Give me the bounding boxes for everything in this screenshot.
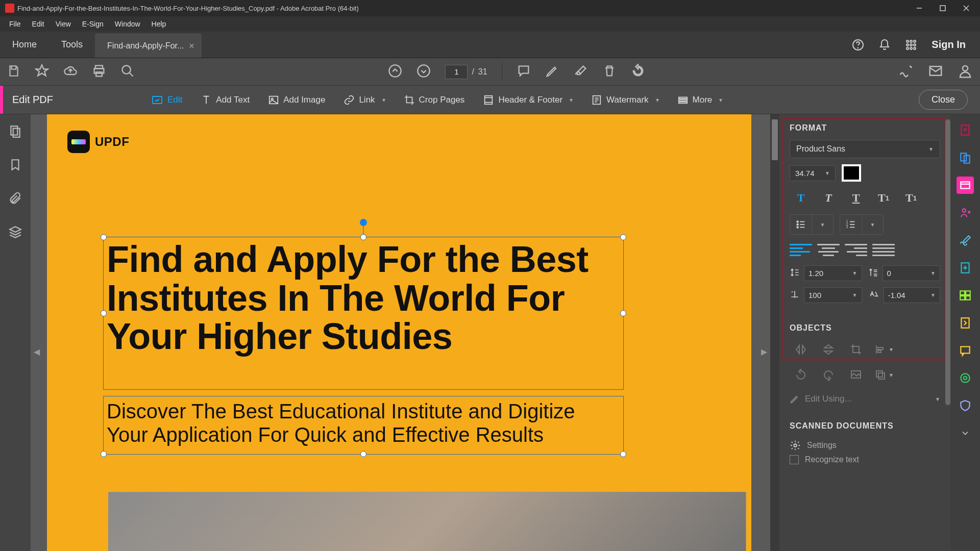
maximize-button[interactable] <box>931 0 954 16</box>
expand-rail-icon[interactable] <box>957 424 974 442</box>
protect-icon[interactable] <box>957 397 974 414</box>
align-center-button[interactable] <box>817 242 840 258</box>
canvas-scrollbar[interactable] <box>770 114 779 551</box>
prev-page-chevron-icon[interactable]: ◀ <box>34 347 40 357</box>
draw-sign-icon[interactable] <box>574 64 588 80</box>
request-sign-icon[interactable] <box>957 204 974 221</box>
resize-handle-icon[interactable] <box>620 234 626 240</box>
align-right-button[interactable] <box>845 242 867 258</box>
email-icon[interactable] <box>928 63 943 81</box>
create-pdf-icon[interactable] <box>957 121 974 139</box>
doc-image-placeholder[interactable] <box>108 492 746 551</box>
doc-subheading-text[interactable]: Discover The Best Educational Institute … <box>104 396 623 449</box>
resize-handle-icon[interactable] <box>101 451 107 457</box>
close-tab-icon[interactable]: × <box>189 41 194 52</box>
compress-icon[interactable] <box>957 314 974 332</box>
menu-help[interactable]: Help <box>146 18 172 30</box>
pdf-page[interactable]: UPDF Find and Apply For the Best Institu… <box>47 114 751 551</box>
print-icon[interactable] <box>92 64 106 80</box>
font-family-select[interactable]: Product Sans▼ <box>790 140 940 158</box>
crop-object-icon[interactable] <box>845 340 867 359</box>
page-number-input[interactable] <box>445 65 468 79</box>
crop-pages-button[interactable]: Crop Pages <box>400 91 469 109</box>
hscale-select[interactable]: 100▼ <box>804 287 862 303</box>
close-window-button[interactable] <box>954 0 978 16</box>
align-justify-button[interactable] <box>872 242 895 258</box>
sign-tool-icon[interactable] <box>898 63 914 81</box>
resize-handle-icon[interactable] <box>101 234 107 240</box>
comment-icon[interactable] <box>517 64 531 80</box>
close-edit-button[interactable]: Close <box>919 90 968 110</box>
page-down-icon[interactable] <box>416 64 431 80</box>
font-size-select[interactable]: 34.74▼ <box>790 165 836 181</box>
attachment-icon[interactable] <box>9 192 22 207</box>
menu-edit[interactable]: Edit <box>27 18 50 30</box>
export-pdf-icon[interactable] <box>957 259 974 277</box>
checkbox-icon[interactable] <box>790 455 799 464</box>
subscript-button[interactable]: T1 <box>900 189 922 207</box>
replace-image-icon[interactable] <box>845 365 867 385</box>
print-production-icon[interactable] <box>957 369 974 387</box>
text-selection-heading[interactable]: Find and Apply For the Best Institutes I… <box>103 237 624 390</box>
color-swatch[interactable] <box>842 164 861 182</box>
apps-grid-icon[interactable] <box>905 39 917 51</box>
align-left-button[interactable] <box>790 242 812 258</box>
help-icon[interactable] <box>852 39 864 51</box>
italic-button[interactable]: T <box>817 189 840 207</box>
next-page-chevron-icon[interactable]: ▶ <box>761 347 767 357</box>
highlight-icon[interactable] <box>545 64 559 80</box>
panel-scrollbar[interactable] <box>945 119 950 405</box>
menu-window[interactable]: Window <box>110 18 145 30</box>
edit-using-select[interactable]: Edit Using... ▼ <box>790 391 940 407</box>
tab-home[interactable]: Home <box>0 32 49 58</box>
line-height-select[interactable]: 1.20▼ <box>804 265 862 281</box>
fill-sign-icon[interactable] <box>957 232 974 249</box>
flip-h-icon[interactable] <box>790 340 812 359</box>
layers-icon[interactable] <box>9 226 22 241</box>
resize-handle-icon[interactable] <box>101 310 107 316</box>
comment-rail-icon[interactable] <box>957 342 974 359</box>
menu-esign[interactable]: E-Sign <box>77 18 109 30</box>
more-button[interactable]: More <box>673 91 727 109</box>
delete-icon[interactable] <box>602 64 617 80</box>
account-icon[interactable] <box>958 63 973 81</box>
bell-icon[interactable] <box>878 39 891 51</box>
rotate-icon[interactable] <box>631 64 645 80</box>
align-object-icon[interactable] <box>872 340 895 359</box>
arrange-icon[interactable] <box>872 365 895 385</box>
combine-icon[interactable] <box>957 149 974 166</box>
star-icon[interactable] <box>35 64 49 80</box>
text-selection-subheading[interactable]: Discover The Best Educational Institute … <box>103 396 624 455</box>
watermark-button[interactable]: Watermark <box>587 91 663 109</box>
cloud-upload-icon[interactable] <box>63 64 78 80</box>
tab-document[interactable]: Find-and-Apply-For... × <box>95 34 202 58</box>
para-space-select[interactable]: 0▼ <box>883 265 941 281</box>
add-image-button[interactable]: Add Image <box>264 91 329 109</box>
menu-view[interactable]: View <box>51 18 76 30</box>
minimize-button[interactable] <box>908 0 931 16</box>
resize-handle-icon[interactable] <box>620 310 626 316</box>
rotate-cw-icon[interactable] <box>817 365 840 385</box>
resize-handle-icon[interactable] <box>360 451 366 457</box>
resize-handle-icon[interactable] <box>360 234 366 240</box>
superscript-button[interactable]: T1 <box>872 189 895 207</box>
resize-handle-icon[interactable] <box>620 451 626 457</box>
header-footer-button[interactable]: Header & Footer <box>479 91 577 109</box>
scanned-settings-button[interactable]: Settings <box>790 438 940 453</box>
underline-button[interactable]: T <box>845 189 867 207</box>
page-up-icon[interactable] <box>388 64 402 80</box>
organize-icon[interactable] <box>957 287 974 304</box>
save-icon[interactable] <box>7 64 20 80</box>
menu-file[interactable]: File <box>4 18 26 30</box>
recognize-text-checkbox[interactable]: Recognize text <box>790 453 940 466</box>
edit-pdf-rail-icon[interactable] <box>957 177 974 194</box>
edit-button[interactable]: Edit <box>147 91 186 109</box>
sign-in-button[interactable]: Sign In <box>932 39 966 51</box>
bold-button[interactable]: T <box>790 189 812 207</box>
doc-heading-text[interactable]: Find and Apply For the Best Institutes I… <box>104 237 623 359</box>
flip-v-icon[interactable] <box>817 340 840 359</box>
thumbnails-icon[interactable] <box>9 124 22 140</box>
canvas[interactable]: ◀ UPDF Find and Apply For the Best Insti… <box>31 114 779 551</box>
search-icon[interactable] <box>120 64 135 80</box>
tab-tools[interactable]: Tools <box>49 32 95 58</box>
